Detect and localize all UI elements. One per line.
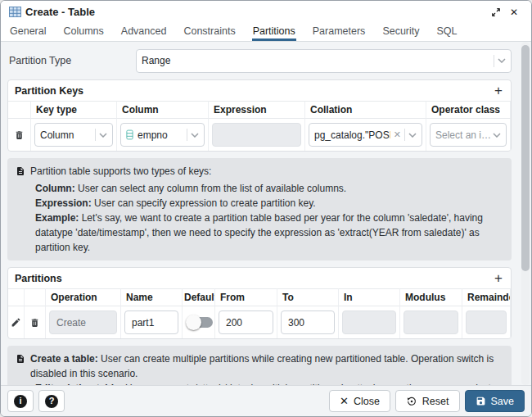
maximize-icon[interactable] xyxy=(487,3,505,21)
partition-type-row: Partition Type Range xyxy=(9,48,512,73)
table-row xyxy=(8,118,31,151)
column-select[interactable]: empno xyxy=(120,123,205,147)
modulus-input xyxy=(404,310,458,334)
table-icon xyxy=(9,7,21,17)
info-item: Edit existing table: User can create/att… xyxy=(16,381,503,385)
partitions-panel: Partitions + Operation Name Default From… xyxy=(7,267,512,339)
col-header-operation: Operation xyxy=(46,288,121,306)
column-icon xyxy=(126,129,133,140)
col-header-expression: Expression xyxy=(209,101,305,118)
col-header-from: From xyxy=(215,288,277,306)
note-icon xyxy=(16,353,25,381)
col-header-default: Default xyxy=(183,288,215,306)
save-button[interactable]: Save xyxy=(465,390,525,412)
col-header-column: Column xyxy=(117,101,209,118)
chevron-down-icon xyxy=(493,133,501,138)
chevron-down-icon xyxy=(191,133,199,138)
reset-button[interactable]: Reset xyxy=(395,390,460,412)
info-item: Column: User can select any column from … xyxy=(16,181,503,196)
delete-row-icon[interactable] xyxy=(14,129,25,141)
partition-keys-table: Key type Column Expression Collation Ope… xyxy=(8,101,511,151)
partitions-tab-content: Partition Type Range Partition Keys + Ke… xyxy=(1,42,531,385)
tab-parameters[interactable]: Parameters xyxy=(312,23,367,41)
tab-sql[interactable]: SQL xyxy=(436,23,458,41)
partition-type-select[interactable]: Range xyxy=(136,49,512,73)
partitions-title: Partitions xyxy=(15,273,62,284)
partition-keys-title: Partition Keys xyxy=(15,85,83,97)
info-icon: i xyxy=(14,395,27,408)
info-intro: Partition table supports two types of ke… xyxy=(30,164,211,181)
col-header-remainder: Remainder xyxy=(462,288,511,306)
partitions-header: Partitions + xyxy=(8,268,511,288)
col-header-key-type: Key type xyxy=(31,101,117,118)
tab-bar: General Columns Advanced Constraints Par… xyxy=(1,23,531,42)
partition-type-value: Range xyxy=(142,55,490,66)
operation-input xyxy=(49,310,117,334)
col-header-operator-class: Operator class xyxy=(426,101,511,118)
expression-input xyxy=(212,123,301,147)
edit-row-icon[interactable] xyxy=(11,317,21,328)
tab-advanced[interactable]: Advanced xyxy=(120,23,168,41)
delete-row-icon[interactable] xyxy=(29,317,40,329)
reset-icon xyxy=(406,396,417,407)
partition-keys-info: Partition table supports two types of ke… xyxy=(7,158,512,261)
close-icon: ✕ xyxy=(340,396,349,406)
info-item: Create a table: User can create multiple… xyxy=(16,351,503,381)
to-input[interactable] xyxy=(281,310,335,334)
titlebar: Create - Table ✕ xyxy=(1,1,531,23)
table-row xyxy=(8,306,25,338)
partition-type-label: Partition Type xyxy=(9,55,136,66)
chevron-down-icon xyxy=(498,58,506,63)
help-button[interactable]: ? xyxy=(38,390,65,412)
tab-security[interactable]: Security xyxy=(381,23,420,41)
partition-name-input[interactable] xyxy=(124,310,178,334)
partitions-table: Operation Name Default From To In Modulu… xyxy=(8,288,511,338)
tab-partitions[interactable]: Partitions xyxy=(252,23,296,41)
operator-class-select[interactable]: Select an item... xyxy=(430,123,507,147)
chevron-down-icon xyxy=(99,133,107,138)
dialog-title: Create - Table xyxy=(25,6,95,18)
close-icon[interactable]: ✕ xyxy=(505,3,523,21)
add-partition-button[interactable]: + xyxy=(493,273,504,284)
note-icon xyxy=(16,165,25,181)
create-table-dialog: Create - Table ✕ General Columns Advance… xyxy=(0,0,532,417)
collation-select[interactable]: pg_catalog."POSIX" ✕ xyxy=(309,123,422,147)
col-header-in: In xyxy=(339,288,400,306)
col-header-name: Name xyxy=(121,288,183,306)
tab-general[interactable]: General xyxy=(9,23,47,41)
tab-columns[interactable]: Columns xyxy=(62,23,104,41)
sql-help-button[interactable]: i xyxy=(7,390,34,412)
dialog-footer: i ? ✕ Close Reset Save xyxy=(1,385,531,416)
partition-keys-header: Partition Keys + xyxy=(8,80,511,101)
info-item: Expression: User can specify expression … xyxy=(16,196,503,211)
from-input[interactable] xyxy=(219,310,273,334)
close-button[interactable]: ✕ Close xyxy=(329,390,390,412)
tab-constraints[interactable]: Constraints xyxy=(183,23,236,41)
scrollbar-thumb[interactable] xyxy=(521,45,530,271)
in-input xyxy=(342,310,396,334)
add-partition-key-button[interactable]: + xyxy=(493,85,504,97)
partition-keys-panel: Partition Keys + Key type Column Express… xyxy=(7,79,512,152)
default-toggle[interactable] xyxy=(187,317,213,328)
info-item: Example: Let's say, we want to create a … xyxy=(16,211,503,255)
col-header-collation: Collation xyxy=(305,101,426,118)
remainder-input xyxy=(466,310,507,334)
col-header-to: To xyxy=(277,288,339,306)
save-icon xyxy=(476,396,486,406)
help-icon: ? xyxy=(45,395,58,408)
col-header-modulus: Modulus xyxy=(400,288,462,306)
key-type-select[interactable]: Column xyxy=(34,123,113,147)
chevron-down-icon xyxy=(408,133,417,138)
clear-icon[interactable]: ✕ xyxy=(394,129,401,140)
partitions-info: Create a table: User can create multiple… xyxy=(7,346,512,385)
